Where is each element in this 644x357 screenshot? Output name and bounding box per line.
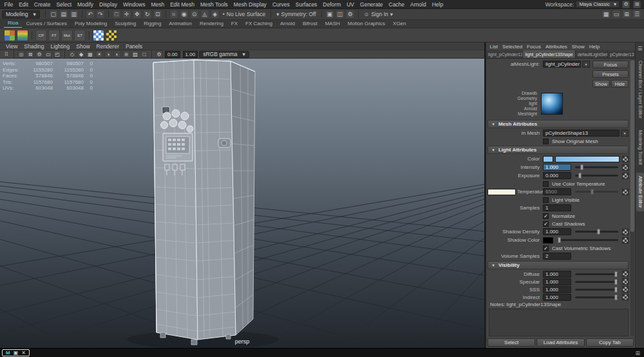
snap-to-curve-icon[interactable]: ◉	[180, 10, 189, 19]
viewport-menu-view[interactable]: View	[3, 43, 21, 50]
in-mesh-menu-button[interactable]: ▾	[621, 130, 629, 137]
diffuse-slider[interactable]	[575, 273, 618, 275]
menu-item-help[interactable]: Help	[429, 0, 446, 9]
shelf-tab-arnold[interactable]: Arnold	[276, 20, 299, 28]
exposure-toggle-icon[interactable]: ⚙	[155, 50, 163, 58]
node-name-field[interactable]: light_pCylinder13Shape	[543, 61, 581, 68]
ae-menu-attributes[interactable]: Attributes	[543, 44, 569, 50]
menu-set-dropdown[interactable]: Modeling ▾	[2, 10, 40, 19]
layout-single-pane-icon[interactable]: ▭	[612, 10, 621, 19]
sss-slider[interactable]	[575, 289, 618, 291]
shelf-checker-blue-icon[interactable]	[93, 30, 104, 41]
tab-light-pcylinder13[interactable]: light_pCylinder13	[486, 50, 523, 58]
grid-display-icon[interactable]: ▦	[601, 10, 611, 19]
viewport-canvas[interactable]: Verts:9805079805070 Edges:11552801155280…	[0, 59, 484, 348]
copy-tab-button[interactable]: Copy Tab	[586, 338, 634, 347]
cast-shadows-checkbox[interactable]: ✓	[543, 221, 549, 227]
select-button[interactable]: Select	[488, 338, 535, 347]
light-visible-checkbox[interactable]	[543, 197, 549, 203]
map-button[interactable]	[622, 164, 629, 171]
viewport-menu-renderer[interactable]: Renderer	[93, 43, 122, 50]
motion-blur-icon[interactable]: ≋	[122, 50, 130, 58]
menu-item-mesh-tools[interactable]: Mesh Tools	[198, 0, 231, 9]
viewport-menu-shading[interactable]: Shading	[21, 43, 47, 50]
map-button[interactable]	[622, 229, 629, 235]
ae-menu-help[interactable]: Help	[587, 44, 601, 50]
lock-camera-icon[interactable]: ⊠	[26, 50, 34, 58]
new-scene-icon[interactable]: ▢	[49, 10, 58, 19]
snap-to-plane-icon[interactable]: ◬	[200, 10, 209, 19]
show-button[interactable]: Show	[592, 80, 610, 88]
viewport-menu-panels[interactable]: Panels	[122, 43, 146, 50]
gamma-field[interactable]: 1.00	[183, 51, 198, 58]
menu-item-surfaces[interactable]: Surfaces	[292, 0, 320, 9]
snap-to-point-icon[interactable]: ⊙	[190, 10, 199, 19]
film-gate-icon[interactable]: ▭	[44, 50, 52, 58]
select-object-icon[interactable]: □	[112, 10, 121, 19]
shadows-icon[interactable]: ◑	[104, 50, 112, 58]
menu-item-deform[interactable]: Deform	[320, 0, 344, 9]
menu-item-modify[interactable]: Modify	[75, 0, 97, 9]
shelf-mut-icon[interactable]: Mut	[61, 30, 73, 41]
menu-item-file[interactable]: File	[1, 0, 16, 9]
sidebar-tab-modeling-toolkit[interactable]: Modeling Toolkit	[636, 127, 644, 168]
smooth-shade-icon[interactable]: ◆	[77, 50, 85, 58]
use-color-temperature-checkbox[interactable]	[543, 181, 549, 187]
menu-item-cache[interactable]: Cache	[386, 0, 408, 9]
menu-item-edit-mesh[interactable]: Edit Mesh	[167, 0, 198, 9]
map-button[interactable]	[622, 278, 629, 285]
menu-item-generate[interactable]: Generate	[357, 0, 386, 9]
ae-scrollbar[interactable]	[630, 59, 634, 336]
material-sample-swatch[interactable]	[541, 93, 563, 115]
focus-button[interactable]: Focus	[592, 61, 629, 68]
render-current-frame-icon[interactable]: ▣	[325, 10, 334, 19]
menu-item-edit[interactable]: Edit	[16, 0, 32, 9]
node-menu-button[interactable]: ▾	[582, 61, 590, 68]
color-swatch[interactable]	[543, 156, 553, 162]
exposure-field[interactable]: 0.000	[543, 172, 571, 179]
snap-to-grid-icon[interactable]: ⌗	[169, 10, 178, 19]
shelf-tab-xgen[interactable]: XGen	[389, 20, 410, 28]
render-settings-icon[interactable]: ⚙	[346, 10, 355, 19]
specular-field[interactable]: 1.000	[543, 278, 571, 285]
sidebar-tab-channel-box[interactable]: Channel Box / Layer Editor	[636, 57, 644, 122]
map-button[interactable]	[622, 237, 629, 244]
panel-menu-icon[interactable]: ☰	[636, 44, 644, 52]
wireframe-mode-icon[interactable]: ◇	[68, 50, 76, 58]
view-transform-dropdown[interactable]: sRGB gamma ▾	[199, 51, 249, 58]
notes-text-area[interactable]	[489, 309, 629, 336]
shelf-tab-sculpting[interactable]: Sculpting	[111, 20, 140, 28]
fridge-wireframe-model[interactable]	[127, 60, 279, 348]
xray-mode-icon[interactable]: ▨	[131, 50, 139, 58]
cast-volumetric-shadows-checkbox[interactable]: ✓	[543, 246, 549, 251]
menu-item-select[interactable]: Select	[53, 0, 75, 9]
save-scene-icon[interactable]: ▥	[70, 10, 79, 19]
menu-item-create[interactable]: Create	[31, 0, 53, 9]
exposure-field[interactable]: 0.00	[165, 51, 180, 58]
use-all-lights-icon[interactable]: ☀	[95, 50, 103, 58]
app-grid-icon[interactable]: ⊞	[635, 350, 642, 356]
diffuse-field[interactable]: 1.000	[543, 271, 571, 278]
rotate-tool-icon[interactable]: ↻	[143, 10, 152, 19]
move-tool-icon[interactable]: ✥	[133, 10, 142, 19]
intensity-field[interactable]: 1.000	[543, 164, 571, 171]
exposure-slider[interactable]	[575, 175, 618, 177]
section-mesh-attributes[interactable]: ▼ Mesh Attributes	[488, 120, 629, 128]
textured-mode-icon[interactable]: ▦	[86, 50, 94, 58]
shelf-et-icon[interactable]: ET	[74, 30, 86, 41]
ae-menu-list[interactable]: List	[488, 44, 500, 50]
temperature-field[interactable]: 6500	[543, 188, 571, 195]
menu-item-uv[interactable]: UV	[344, 0, 357, 9]
sidebar-tab-attribute-editor[interactable]: Attribute Editor	[636, 173, 644, 211]
menu-item-display[interactable]: Display	[97, 0, 120, 9]
workspace-dropdown[interactable]: Maya Classic ▾	[576, 1, 620, 8]
tab-defaultlightset[interactable]: defaultLightSet	[576, 50, 608, 58]
make-live-icon[interactable]: ◈	[211, 10, 220, 19]
hide-button[interactable]: Hide	[611, 80, 629, 88]
sign-in-button[interactable]: ☺ Sign In ▾	[364, 11, 393, 17]
map-button[interactable]	[622, 271, 629, 277]
shelf-ramp-icon[interactable]	[17, 30, 28, 41]
undo-icon[interactable]: ↶	[86, 10, 95, 19]
outliner-toggle-icon[interactable]: ☰	[632, 10, 641, 19]
shelf-tab-rioa[interactable]: Rioa	[4, 19, 22, 28]
